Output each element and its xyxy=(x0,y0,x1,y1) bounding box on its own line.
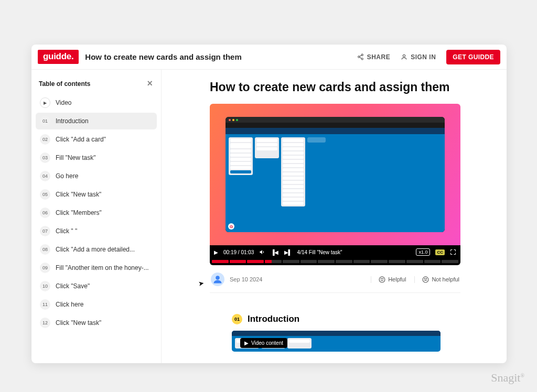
next-chapter-icon[interactable]: ▶▌ xyxy=(284,249,292,255)
toc-num: 02 xyxy=(40,134,50,145)
svg-point-12 xyxy=(426,278,427,279)
progress-segment xyxy=(371,260,388,263)
trello-card xyxy=(230,143,251,148)
toc-item-08[interactable]: 08 Click "Add a more detailed... xyxy=(36,241,157,258)
trello-column xyxy=(287,338,312,349)
toc-item-09[interactable]: 09 Fill "Another item on the honey-... xyxy=(36,259,157,276)
play-icon[interactable]: ▶ xyxy=(214,249,218,255)
trello-card xyxy=(230,139,251,142)
guidde-badge-icon: G xyxy=(228,223,234,230)
play-icon: ▶ xyxy=(40,97,50,108)
section-number-badge: 01 xyxy=(232,314,242,324)
toc-num: 10 xyxy=(40,281,50,291)
section-heading: 01 Introduction xyxy=(232,314,480,324)
toc-item-04[interactable]: 04 Go here xyxy=(36,168,157,184)
trello-column xyxy=(229,137,253,175)
progress-segment xyxy=(247,260,264,263)
trello-board: G xyxy=(225,134,445,232)
svg-line-3 xyxy=(359,57,361,58)
toc-video-label: Video xyxy=(56,99,71,106)
fullscreen-icon[interactable] xyxy=(450,249,456,255)
video-background: G xyxy=(210,104,460,245)
toc-item-02[interactable]: 02 Click "Add a card" xyxy=(36,131,157,148)
toc-label: Fill "Another item on the honey-... xyxy=(56,264,149,271)
progress-segment xyxy=(406,260,423,263)
close-icon[interactable]: × xyxy=(147,78,153,89)
signin-button[interactable]: SIGN IN xyxy=(401,53,436,61)
captions-button[interactable]: CC xyxy=(435,249,445,255)
trello-card xyxy=(256,139,277,142)
user-icon xyxy=(401,53,407,60)
toc-num: 11 xyxy=(40,299,50,310)
svg-point-2 xyxy=(361,58,363,60)
toc-label: Introduction xyxy=(56,117,89,125)
progress-segment xyxy=(389,260,405,263)
trello-card xyxy=(283,198,304,201)
progress-segment xyxy=(318,260,335,263)
play-icon: ▶ xyxy=(244,340,249,346)
trello-column xyxy=(281,137,305,206)
progress-segment xyxy=(212,260,229,263)
trello-card xyxy=(283,172,304,176)
trello-card xyxy=(283,181,304,184)
trello-card xyxy=(283,147,304,150)
toc-item-01[interactable]: 01 Introduction xyxy=(36,113,157,129)
video-time: 00:19 / 01:03 xyxy=(223,249,254,255)
header-actions: SHARE SIGN IN GET GUIDDE xyxy=(357,50,500,64)
video-player[interactable]: G ▶ 00:19 / 01:03 ▐◀ ▶▌ 4/14 Fill "New t… xyxy=(210,104,460,265)
step-preview[interactable]: ▶ Video content xyxy=(232,331,441,352)
brand-logo[interactable]: guidde. xyxy=(38,50,79,64)
video-progress[interactable] xyxy=(210,259,460,265)
smile-icon xyxy=(379,276,385,283)
svg-point-6 xyxy=(216,276,220,280)
video-controls: ▶ 00:19 / 01:03 ▐◀ ▶▌ 4/14 Fill "New tas… xyxy=(210,245,460,259)
toc-label: Click "Save" xyxy=(56,282,90,290)
toc-item-12[interactable]: 12 Click "New task" xyxy=(36,314,157,331)
toc-label: Click "Members" xyxy=(56,209,102,216)
video-content-pill: ▶ Video content xyxy=(240,338,287,348)
trello-card xyxy=(283,193,304,197)
not-helpful-button[interactable]: Not helpful xyxy=(414,276,459,283)
toc-item-11[interactable]: 11 Click here xyxy=(36,296,157,313)
progress-segment xyxy=(300,260,317,263)
toc-item-03[interactable]: 03 Fill "New task" xyxy=(36,149,157,166)
progress-segment xyxy=(442,260,458,263)
app-window: guidde. How to create new cards and assi… xyxy=(31,45,507,363)
trello-card xyxy=(283,156,304,159)
toc-item-05[interactable]: 05 Click "New task" xyxy=(36,186,157,203)
share-label: SHARE xyxy=(367,53,391,61)
get-guidde-button[interactable]: GET GUIDDE xyxy=(446,50,500,64)
toc-label: Click "New task" xyxy=(56,319,101,326)
author-avatar[interactable] xyxy=(211,273,224,286)
volume-icon[interactable] xyxy=(259,249,265,255)
not-helpful-label: Not helpful xyxy=(432,276,459,282)
trello-card xyxy=(230,162,251,165)
helpful-label: Helpful xyxy=(388,276,406,282)
share-button[interactable]: SHARE xyxy=(357,53,391,61)
toc-video-item[interactable]: ▶ Video xyxy=(36,94,157,111)
trello-card xyxy=(283,139,304,142)
browser-tabbar xyxy=(225,123,445,128)
toc-item-10[interactable]: 10 Click "Save" xyxy=(36,278,157,295)
page-title: How to create new cards and assign them xyxy=(210,80,480,94)
topbar: guidde. How to create new cards and assi… xyxy=(31,45,507,70)
toc-num: 08 xyxy=(40,244,50,255)
toc-label: Click "Add a card" xyxy=(56,136,106,143)
trello-card xyxy=(283,164,304,167)
trello-card xyxy=(289,340,310,343)
svg-point-10 xyxy=(423,277,428,282)
playback-speed[interactable]: x1.0 xyxy=(416,248,430,256)
toc-label: Fill "New task" xyxy=(56,154,96,161)
avatar-icon xyxy=(213,275,222,284)
toc-num: 05 xyxy=(40,189,50,200)
toc-item-07[interactable]: 07 Click " " xyxy=(36,223,157,239)
toc-item-06[interactable]: 06 Click "Members" xyxy=(36,204,157,221)
svg-point-0 xyxy=(361,54,363,56)
trello-column xyxy=(255,137,279,158)
sidebar: Table of contents × ▶ Video 01 Introduct… xyxy=(31,70,162,363)
prev-chapter-icon[interactable]: ▐◀ xyxy=(271,249,278,255)
video-content-label: Video content xyxy=(251,340,283,346)
toc-num: 12 xyxy=(40,318,50,328)
helpful-button[interactable]: Helpful xyxy=(371,276,406,283)
window-dot-green xyxy=(236,119,238,121)
